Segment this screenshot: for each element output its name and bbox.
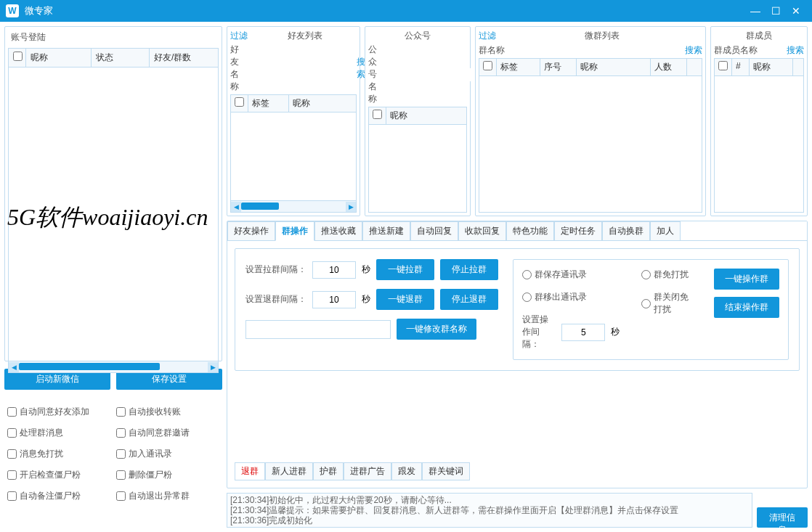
groups-select-all[interactable] (483, 61, 492, 70)
sub-tab-5[interactable]: 群关键词 (422, 462, 470, 480)
groups-title: 微群列表 (502, 30, 702, 42)
stop-pull-button[interactable]: 停止拉群 (440, 259, 498, 280)
tab-7[interactable]: 定时任务 (554, 221, 602, 241)
friends-list-panel: 过滤 好友列表 好友名称 搜索 标签 昵称 ◀ (227, 26, 360, 216)
gzh-title: 公众号 (368, 30, 467, 42)
friends-search-label: 好友名称 (230, 44, 239, 93)
radio-close-disturb[interactable]: 群关闭免打扰 (641, 291, 692, 316)
scroll-right-arrow[interactable]: ▶ (208, 362, 218, 372)
groups-filter-link[interactable]: 过滤 (479, 30, 496, 42)
members-table-body[interactable] (714, 76, 804, 213)
sub-tab-1[interactable]: 新人进群 (265, 462, 313, 480)
friends-hscroll[interactable]: ◀ ▶ (230, 201, 357, 213)
friends-col-nick: 昵称 (289, 95, 356, 112)
sub-tab-4[interactable]: 跟发 (391, 462, 422, 480)
pull-interval-input[interactable] (312, 261, 356, 279)
friends-col-tag: 标签 (248, 95, 289, 112)
chk-delete-zombie[interactable]: 删除僵尸粉 (113, 465, 222, 486)
groups-list-panel: 过滤 微群列表 群名称 搜索 标签 序号 昵称 人数 (475, 26, 706, 216)
gzh-table-body[interactable] (368, 125, 467, 213)
groups-search-input[interactable] (508, 44, 682, 57)
op-interval-input[interactable] (561, 324, 605, 341)
account-table-body[interactable] (8, 67, 219, 361)
second-label: 秒 (362, 263, 370, 276)
scroll-left-arrow[interactable]: ◀ (231, 202, 241, 212)
col-nickname: 昵称 (26, 49, 92, 67)
group-name-input[interactable] (245, 320, 391, 339)
main-tabs-panel: 好友操作群操作推送收藏推送新建自动回复收款回复特色功能定时任务自动换群加人 设置… (227, 221, 808, 488)
tab-3[interactable]: 推送新建 (362, 221, 410, 241)
chk-auto-remark-zombie[interactable]: 自动备注僵尸粉 (4, 486, 113, 507)
op-group-button[interactable]: 一键操作群 (714, 269, 779, 290)
checkbox-col (9, 49, 26, 67)
friends-search-input[interactable] (242, 62, 354, 75)
scroll-thumb[interactable] (241, 202, 279, 210)
app-title: 微专家 (25, 4, 745, 17)
members-search-label: 群成员名称 (714, 44, 758, 57)
tab-8[interactable]: 自动换群 (602, 221, 650, 241)
app-logo: W (6, 4, 19, 17)
tab-2[interactable]: 推送收藏 (314, 221, 362, 241)
groups-col-count: 人数 (651, 59, 687, 75)
log-line: [21:30:36]完成初始化 (230, 515, 749, 525)
sub-tab-3[interactable]: 进群广告 (344, 462, 391, 480)
options-checkboxes: 自动同意好友添加 自动接收转账 处理群消息 自动同意群邀请 消息免打扰 加入通讯… (4, 401, 222, 507)
stop-quit-button[interactable]: 停止退群 (440, 289, 498, 310)
members-search-link[interactable]: 搜索 (787, 44, 804, 57)
members-select-all[interactable] (718, 61, 728, 70)
chk-auto-quit-abnormal[interactable]: 自动退出异常群 (113, 486, 222, 507)
maximize-button[interactable]: ☐ (766, 3, 786, 19)
chk-add-contacts[interactable]: 加入通讯录 (113, 443, 222, 465)
rename-group-button[interactable]: 一键修改群名称 (397, 319, 476, 340)
account-hscroll[interactable]: ◀ ▶ (8, 361, 219, 373)
tab-5[interactable]: 收款回复 (458, 221, 506, 241)
minimize-button[interactable]: — (745, 3, 766, 19)
tab-4[interactable]: 自动回复 (410, 221, 458, 241)
pull-interval-label: 设置拉群间隔： (245, 263, 306, 276)
select-all-checkbox[interactable] (13, 52, 23, 61)
sub-tab-0[interactable]: 退群 (235, 462, 265, 480)
quit-interval-input[interactable] (312, 291, 356, 308)
scroll-left-arrow[interactable]: ◀ (9, 362, 19, 372)
radio-remove-contacts[interactable]: 群移出通讯录 (522, 291, 620, 303)
tab-9[interactable]: 加人 (650, 221, 681, 241)
end-op-button[interactable]: 结束操作群 (714, 297, 779, 318)
tab-0[interactable]: 好友操作 (227, 221, 275, 241)
chk-auto-receive-transfer[interactable]: 自动接收转账 (113, 401, 222, 422)
op-interval-label: 设置操作间隔： (522, 314, 556, 351)
members-col-nick: 昵称 (750, 59, 793, 75)
friends-select-all[interactable] (235, 97, 244, 107)
log-line: [21:30:34]温馨提示：如果需要护群、回复群消息、新人进群等，需在群操作里… (230, 505, 749, 515)
friends-table-body[interactable] (230, 112, 357, 201)
account-login-panel: 账号登陆 昵称 状态 好友/群数 ◀ ▶ (4, 26, 222, 361)
quit-interval-label: 设置退群间隔： (245, 293, 306, 306)
radio-save-contacts[interactable]: 群保存通讯录 (522, 269, 620, 281)
scroll-right-arrow[interactable]: ▶ (346, 202, 356, 212)
chk-check-zombie[interactable]: 开启检查僵尸粉 (4, 465, 113, 486)
members-search-input[interactable] (760, 44, 784, 57)
chk-process-group-msg[interactable]: 处理群消息 (4, 422, 113, 443)
radio-panel: 群保存通讯录 群移出通讯录 设置操作间隔： 秒 群免打扰 群关闭免打扰 (513, 259, 789, 360)
account-table-header: 昵称 状态 好友/群数 (8, 48, 219, 67)
gzh-select-all[interactable] (373, 110, 382, 119)
close-button[interactable]: ✕ (786, 3, 806, 19)
pull-group-button[interactable]: 一键拉群 (376, 259, 434, 280)
chk-auto-accept-group[interactable]: 自动同意群邀请 (113, 422, 222, 443)
sub-tab-2[interactable]: 护群 (313, 462, 344, 480)
tab-1[interactable]: 群操作 (275, 221, 314, 241)
radio-no-disturb[interactable]: 群免打扰 (641, 269, 692, 281)
groups-col-tag: 标签 (497, 59, 540, 75)
tab-6[interactable]: 特色功能 (506, 221, 554, 241)
friends-title: 好友列表 (253, 30, 357, 42)
members-col-num: # (732, 59, 750, 75)
friends-filter-link[interactable]: 过滤 (230, 30, 248, 42)
groups-search-link[interactable]: 搜索 (685, 44, 702, 57)
quit-group-button[interactable]: 一键退群 (376, 289, 434, 310)
groups-table-body[interactable] (479, 76, 702, 213)
members-title: 群成员 (714, 30, 804, 42)
title-bar: W 微专家 — ☐ ✕ (0, 0, 812, 22)
scroll-thumb[interactable] (19, 363, 160, 370)
chk-auto-accept-friend[interactable]: 自动同意好友添加 (4, 401, 113, 422)
chk-msg-no-disturb[interactable]: 消息免打扰 (4, 443, 113, 465)
clear-log-button[interactable]: 清理信息 (757, 507, 808, 528)
